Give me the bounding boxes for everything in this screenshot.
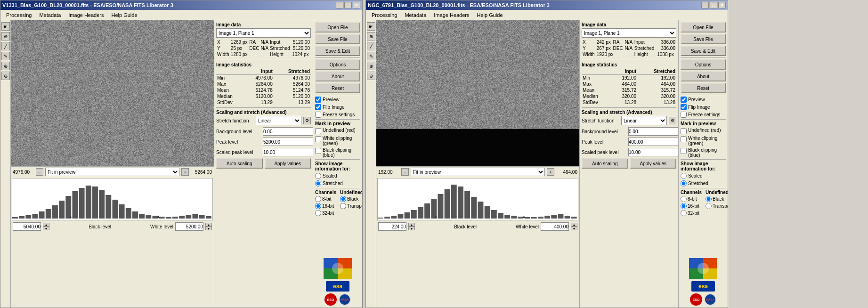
zoom-select[interactable]: Fit in preview	[411, 168, 545, 176]
show-stretched-radio[interactable]	[681, 180, 687, 186]
show-scaled-radio[interactable]	[315, 173, 321, 179]
zoom-select[interactable]: Fit in preview	[45, 168, 179, 176]
menu-processing[interactable]: Processing	[2, 11, 35, 19]
save_edit-btn[interactable]: Save & Edit	[315, 46, 360, 56]
scaled-peak-input[interactable]	[263, 148, 313, 156]
wl-down[interactable]: ▼	[205, 227, 212, 230]
options-btn[interactable]: Options	[681, 59, 726, 70]
undefined-radio-black[interactable]	[706, 196, 712, 202]
undefined-radio-black[interactable]	[340, 196, 346, 202]
auto-scaling-btn[interactable]: Auto scaling	[216, 158, 263, 169]
plus-tool[interactable]: ⊕	[1, 62, 10, 70]
mark-cb-2[interactable]	[315, 148, 321, 154]
wl-down[interactable]: ▼	[571, 227, 577, 230]
preview-checkbox[interactable]	[315, 97, 321, 103]
zoom-minus-btn[interactable]: −	[401, 168, 409, 176]
line-tool[interactable]: ╱	[367, 42, 375, 50]
stretch-function-select[interactable]: Linear	[621, 116, 667, 125]
zoom-plus-btn[interactable]: +	[181, 168, 189, 176]
mark-cb-1[interactable]	[681, 136, 687, 142]
freeze-checkbox[interactable]	[681, 112, 687, 118]
bl-up[interactable]: ▲	[43, 223, 49, 227]
mark-cb-2[interactable]	[681, 148, 687, 154]
hand-tool[interactable]: ☛	[367, 22, 375, 31]
hand-tool[interactable]: ☛	[1, 22, 10, 31]
stretch-function-select[interactable]: Linear	[256, 116, 301, 125]
bl-down[interactable]: ▼	[43, 227, 49, 230]
menu-metadata[interactable]: Metadata	[35, 11, 65, 19]
menu-image-headers[interactable]: Image Headers	[430, 11, 473, 19]
peak-level-input[interactable]	[263, 138, 313, 146]
show-stretched-radio[interactable]	[315, 180, 321, 186]
minimize-btn[interactable]: _	[336, 2, 343, 8]
image-select[interactable]: Image 1, Plane 1	[216, 28, 311, 38]
about-btn[interactable]: About	[681, 71, 726, 81]
pencil-tool[interactable]: ✎	[367, 52, 375, 60]
auto-scaling-btn[interactable]: Auto scaling	[582, 158, 628, 169]
scaled-peak-input[interactable]	[628, 148, 678, 156]
menu-help-guide[interactable]: Help Guide	[473, 11, 507, 19]
undefined-radio-transparent[interactable]	[340, 203, 346, 209]
peak-level-input[interactable]	[628, 138, 678, 146]
minimize-btn[interactable]: _	[701, 2, 709, 8]
open-btn[interactable]: Open File	[681, 22, 726, 32]
wl-up[interactable]: ▲	[205, 223, 212, 227]
open-btn[interactable]: Open File	[315, 22, 360, 32]
black-level-input[interactable]	[13, 222, 41, 231]
white-level-input[interactable]	[175, 222, 203, 231]
close-btn[interactable]: ✕	[353, 2, 360, 8]
freeze-checkbox[interactable]	[315, 112, 321, 118]
undefined-radio-transparent[interactable]	[706, 203, 712, 209]
channel-radio-8-bit[interactable]	[315, 196, 321, 202]
zoom-plus-btn[interactable]: +	[547, 168, 554, 176]
menu-processing[interactable]: Processing	[368, 11, 401, 19]
stretch-options-icon[interactable]: ⚙	[303, 117, 311, 124]
menu-metadata[interactable]: Metadata	[401, 11, 430, 19]
pencil-tool[interactable]: ✎	[1, 52, 10, 60]
white-marker[interactable]: ▲	[156, 214, 161, 219]
save-btn[interactable]: Save File	[681, 34, 726, 44]
zoom-tool[interactable]: ⊕	[367, 32, 375, 41]
white-marker[interactable]: ▲	[522, 214, 526, 219]
zoom-minus-btn[interactable]: −	[36, 168, 43, 176]
black-marker[interactable]: ▲	[434, 214, 438, 219]
mark-cb-1[interactable]	[315, 136, 321, 142]
wl-up[interactable]: ▲	[571, 223, 577, 227]
stretch-options-icon[interactable]: ⚙	[669, 117, 676, 124]
image-select[interactable]: Image 1, Plane 1	[582, 28, 676, 38]
options-btn[interactable]: Options	[315, 59, 360, 70]
line-tool[interactable]: ╱	[1, 42, 10, 50]
black-level-input[interactable]	[378, 222, 406, 231]
bg-level-input[interactable]	[628, 127, 678, 136]
show-scaled-radio[interactable]	[681, 173, 687, 179]
save_edit-btn[interactable]: Save & Edit	[681, 46, 726, 56]
maximize-btn[interactable]: □	[344, 2, 352, 8]
preview-checkbox[interactable]	[681, 97, 687, 103]
channel-radio-16-bit[interactable]	[681, 203, 687, 209]
bl-up[interactable]: ▲	[408, 223, 415, 227]
apply-values-btn[interactable]: Apply values	[630, 158, 677, 169]
reset-btn[interactable]: Reset	[315, 83, 360, 93]
minus-tool[interactable]: ⊖	[1, 72, 10, 80]
black-marker[interactable]: ▲	[68, 214, 73, 219]
close-btn[interactable]: ✕	[718, 2, 726, 8]
plus-tool[interactable]: ⊕	[367, 62, 375, 70]
channel-radio-32-bit[interactable]	[681, 210, 687, 216]
channel-radio-32-bit[interactable]	[315, 210, 321, 216]
minus-tool[interactable]: ⊖	[367, 72, 375, 80]
save-btn[interactable]: Save File	[315, 34, 360, 44]
menu-help-guide[interactable]: Help Guide	[108, 11, 141, 19]
reset-btn[interactable]: Reset	[681, 83, 726, 93]
mark-cb-0[interactable]	[315, 128, 321, 134]
mark-cb-0[interactable]	[681, 128, 687, 134]
apply-values-btn[interactable]: Apply values	[265, 158, 311, 169]
flip-checkbox[interactable]	[315, 104, 321, 110]
white-level-input[interactable]	[541, 222, 569, 231]
channel-radio-8-bit[interactable]	[681, 196, 687, 202]
menu-image-headers[interactable]: Image Headers	[65, 11, 107, 19]
bg-level-input[interactable]	[263, 127, 313, 136]
maximize-btn[interactable]: □	[710, 2, 717, 8]
zoom-tool[interactable]: ⊕	[1, 32, 10, 41]
flip-checkbox[interactable]	[681, 104, 687, 110]
channel-radio-16-bit[interactable]	[315, 203, 321, 209]
